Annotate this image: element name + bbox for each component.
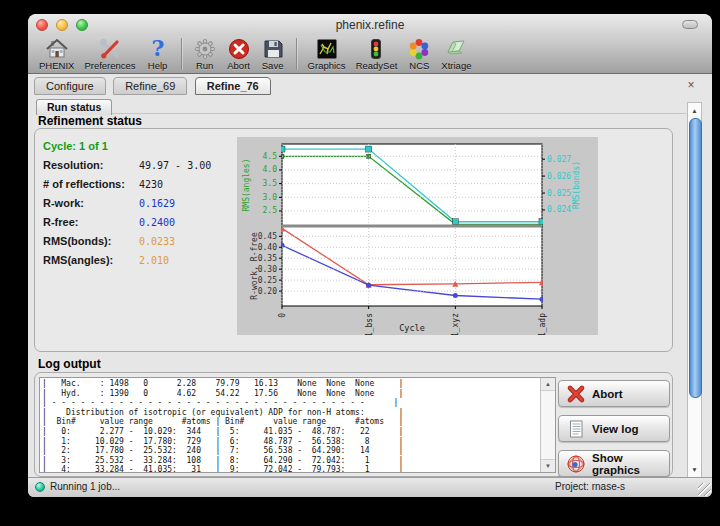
scroll-down-icon[interactable]: ▼ xyxy=(688,463,701,476)
log-line: | - - - - - - - - - - - - - - - - - - - … xyxy=(42,398,539,408)
log-line: | 4: 33.284 - 41.035: 31 | 9: 72.042 - 7… xyxy=(42,465,539,472)
subtab-bar: Run status xyxy=(36,97,686,114)
show-graphics-icon xyxy=(566,454,586,474)
svg-text:0.024: 0.024 xyxy=(547,205,571,214)
show-graphics-button-label: Show graphics xyxy=(592,452,662,476)
cycle-status: Cycle: 1 of 1 xyxy=(43,137,233,156)
run-gear-icon xyxy=(193,37,217,61)
abort-x-icon xyxy=(566,384,586,404)
log-line: | Mac. : 1498 0 2.28 79.79 16.13 None No… xyxy=(42,379,539,389)
toolbar-label: Preferences xyxy=(84,60,135,71)
svg-text:4.0: 4.0 xyxy=(263,165,278,174)
toolbar: PHENIX Preferences ? Help Run Abort Save… xyxy=(28,36,712,74)
stat-label: # of reflections: xyxy=(43,175,139,194)
log-line: | 3: 25.532 - 33.284: 108 | 8: 64.290 - … xyxy=(42,456,539,466)
screen: phenix.refine PHENIX Preferences ? Help … xyxy=(0,0,720,526)
toolbar-button-graphics[interactable]: Graphics xyxy=(303,37,351,71)
titlebar[interactable]: phenix.refine xyxy=(28,14,712,36)
log-output-box[interactable]: | Mac. : 1498 0 2.28 79.79 16.13 None No… xyxy=(39,377,556,473)
svg-text:0.027: 0.027 xyxy=(547,155,571,164)
toolbar-button-preferences[interactable]: Preferences xyxy=(79,37,140,71)
log-output-heading: Log output xyxy=(38,357,101,371)
toolbar-separator xyxy=(296,38,297,70)
svg-text:3.5: 3.5 xyxy=(263,179,278,188)
toolbar-label: ReadySet xyxy=(356,60,398,71)
log-text: | Mac. : 1498 0 2.28 79.79 16.13 None No… xyxy=(42,379,539,472)
toolbar-button-ncs[interactable]: NCS xyxy=(402,37,436,71)
svg-text:0.40: 0.40 xyxy=(258,243,277,252)
toolbar-button-help[interactable]: ? Help xyxy=(141,37,175,71)
toolbar-label: Graphics xyxy=(308,60,346,71)
tab-run-status[interactable]: Run status xyxy=(36,99,112,115)
toolbar-button-xtriage[interactable]: Xtriage xyxy=(436,37,476,71)
refinement-chart: 2.53.03.54.04.50.0240.0250.0260.027RMS(b… xyxy=(237,137,598,339)
stat-row-r-work: R-work: 0.1629 xyxy=(43,194,233,213)
show-graphics-button[interactable]: Show graphics xyxy=(558,450,670,477)
abort-button[interactable]: Abort xyxy=(558,380,670,407)
scroll-up-icon[interactable]: ▲ xyxy=(541,378,555,391)
tab-refine-76[interactable]: Refine_76 xyxy=(195,77,271,95)
main-scrollbar-thumb[interactable] xyxy=(689,118,702,398)
stat-row-rms-bonds: RMS(bonds): 0.0233 xyxy=(43,232,233,251)
stat-value: 0.1629 xyxy=(139,194,175,213)
toolbar-button-phenix[interactable]: PHENIX xyxy=(34,37,79,71)
svg-text:1_bss: 1_bss xyxy=(365,313,374,335)
stat-row-rms-angles: RMS(angles): 2.010 xyxy=(43,251,233,270)
scroll-down-icon[interactable]: ▼ xyxy=(541,459,555,472)
stat-label: Resolution: xyxy=(43,156,139,175)
ncs-spheres-icon xyxy=(407,37,431,61)
toolbar-label: Save xyxy=(262,60,284,71)
preferences-tools-icon xyxy=(98,37,122,61)
log-line: | Bin# value range #atoms | Bin# value r… xyxy=(42,417,539,427)
toolbar-label: Abort xyxy=(227,60,250,71)
stat-label: R-free: xyxy=(43,213,139,232)
svg-text:0.35: 0.35 xyxy=(258,254,277,263)
svg-text:1_xyz: 1_xyz xyxy=(451,313,460,335)
toolbar-button-readyset[interactable]: ReadySet xyxy=(351,37,403,71)
stat-value: 0.0233 xyxy=(139,232,175,251)
svg-text:2.5: 2.5 xyxy=(263,206,278,215)
svg-text:R-work, R-free: R-work, R-free xyxy=(250,232,259,300)
view-log-button[interactable]: View log xyxy=(558,415,670,442)
toolbar-label: PHENIX xyxy=(39,60,74,71)
svg-text:0: 0 xyxy=(278,313,287,318)
svg-text:4.5: 4.5 xyxy=(263,152,278,161)
stat-label: RMS(angles): xyxy=(43,251,139,270)
close-tab-icon[interactable]: × xyxy=(684,78,698,92)
toolbar-label: Run xyxy=(196,60,213,71)
svg-text:1_adp: 1_adp xyxy=(538,313,547,335)
svg-text:RMS(angles): RMS(angles) xyxy=(242,159,251,212)
xtriage-crystal-icon xyxy=(444,37,468,61)
toolbar-button-run[interactable]: Run xyxy=(188,37,222,71)
svg-text:?: ? xyxy=(151,37,164,61)
stat-row-reflections: # of reflections: 4230 xyxy=(43,175,233,194)
refinement-status-panel: Cycle: 1 of 1 Resolution: 49.97 - 3.00 #… xyxy=(34,128,673,352)
resize-grip[interactable] xyxy=(698,483,711,496)
scroll-up-icon[interactable]: ▲ xyxy=(688,104,701,117)
log-line: | 2: 17.780 - 25.532: 240 | 7: 56.538 - … xyxy=(42,446,539,456)
tab-configure[interactable]: Configure xyxy=(34,77,106,95)
project-label: Project: rnase-s xyxy=(555,481,625,492)
stat-value: 4230 xyxy=(139,175,163,194)
log-scrollbar[interactable]: ▲ ▼ xyxy=(540,378,555,472)
svg-text:0.45: 0.45 xyxy=(258,232,277,241)
stat-value: 0.2400 xyxy=(139,213,175,232)
tab-refine-69[interactable]: Refine_69 xyxy=(113,77,187,95)
log-line: | 0: 2.277 - 10.029: 344 | 5: 41.035 - 4… xyxy=(42,427,539,437)
svg-text:0.25: 0.25 xyxy=(258,276,277,285)
refinement-stats: Cycle: 1 of 1 Resolution: 49.97 - 3.00 #… xyxy=(43,137,233,270)
svg-text:RMS(bonds): RMS(bonds) xyxy=(572,161,581,209)
toolbar-label: Help xyxy=(148,60,168,71)
toolbar-label: Xtriage xyxy=(441,60,471,71)
toolbar-button-abort[interactable]: Abort xyxy=(222,37,256,71)
svg-text:3.0: 3.0 xyxy=(263,193,278,202)
running-status-icon xyxy=(35,482,45,492)
svg-text:0.025: 0.025 xyxy=(547,189,571,198)
svg-text:0.026: 0.026 xyxy=(547,172,571,181)
stat-value: 49.97 - 3.00 xyxy=(139,156,211,175)
toolbar-toggle-button[interactable] xyxy=(682,20,698,29)
refinement-chart-panel: 2.53.03.54.04.50.0240.0250.0260.027RMS(b… xyxy=(237,137,598,335)
main-scrollbar[interactable]: ▲ ▼ xyxy=(687,102,702,478)
toolbar-button-save[interactable]: Save xyxy=(256,37,290,71)
window-title: phenix.refine xyxy=(28,18,712,32)
